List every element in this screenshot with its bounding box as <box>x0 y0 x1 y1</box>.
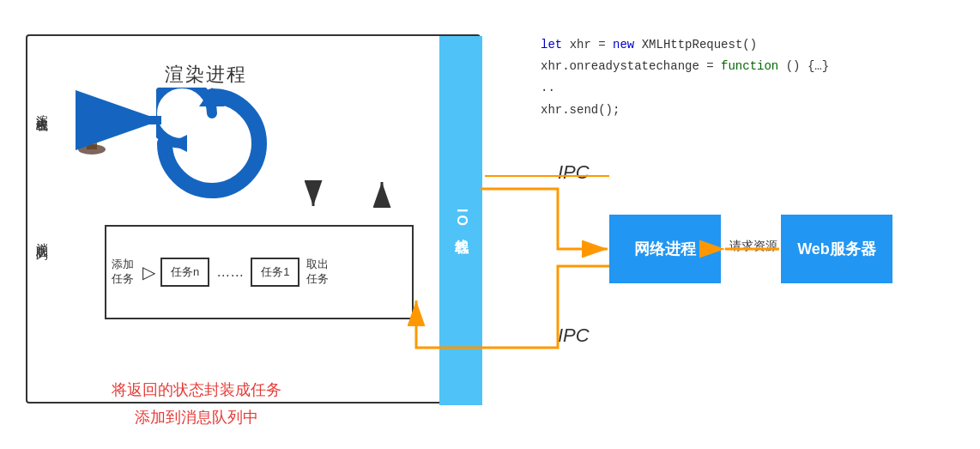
svg-point-2 <box>78 144 106 155</box>
bottom-red-line1: 将返回的状态封装成任务 <box>112 376 281 403</box>
code-line-2: xhr.onreadystatechange = function () {…} <box>541 56 829 77</box>
dots-label: …… <box>211 264 249 280</box>
web-server-box: Web服务器 <box>781 215 892 283</box>
code-line-1: let xhr = new XMLHttpRequest() <box>541 34 829 56</box>
ipc-label-top: IPC <box>558 161 590 184</box>
task-1-box: 任务1 <box>251 258 299 287</box>
queue-label: 消息队列 <box>34 234 50 240</box>
network-process-label: 网络进程 <box>634 239 696 259</box>
spool-icon <box>75 122 109 156</box>
code-line-4: xhr.send(); <box>541 100 829 121</box>
request-resource-label: 请求资源 <box>729 239 777 254</box>
web-server-label: Web服务器 <box>797 239 876 259</box>
renderer-title: 渲染进程 <box>165 62 247 88</box>
io-thread-bar: IO线程 <box>439 36 482 405</box>
code-line-3: .. <box>541 77 829 99</box>
renderer-box: 渲染进程 渲染主线程 <box>26 34 481 403</box>
diagram-container: 渲染进程 渲染主线程 <box>26 17 961 438</box>
io-thread-label: IO线程 <box>452 209 470 234</box>
main-thread-label: 渲染主线程 <box>34 105 50 113</box>
code-block: let xhr = new XMLHttpRequest() xhr.onrea… <box>541 34 829 121</box>
ipc-label-bottom: IPC <box>558 325 590 347</box>
bottom-red-line2: 添加到消息队列中 <box>112 403 281 431</box>
add-arrow-icon: ▷ <box>139 262 159 282</box>
message-queue-box: 添加任务 ▷ 任务n …… 任务1 取出任务 <box>105 225 414 319</box>
add-task-label: 添加任务 <box>106 258 139 287</box>
network-process-box: 网络进程 <box>609 215 721 283</box>
task-n-box: 任务n <box>160 258 209 287</box>
event-loop-icon <box>156 88 268 199</box>
take-task-label: 取出任务 <box>301 258 334 287</box>
bottom-red-text: 将返回的状态封装成任务 添加到消息队列中 <box>112 376 281 432</box>
